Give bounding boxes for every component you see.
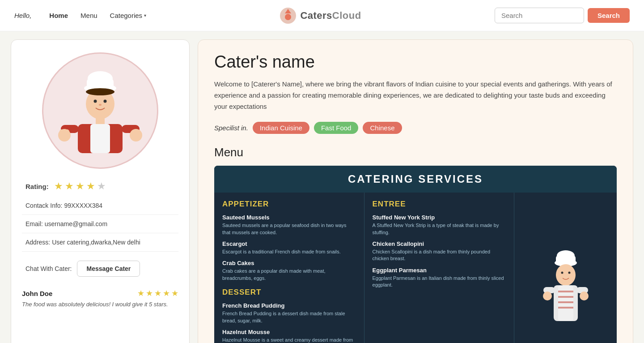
- menu-item-eggplant-desc: Eggplant Parmesan is an Italian dish mad…: [373, 275, 506, 289]
- tag-fast-food[interactable]: Fast Food: [314, 122, 359, 134]
- header-right: Search: [495, 8, 630, 23]
- tag-indian-cuisine[interactable]: Indian Cuisine: [253, 122, 309, 134]
- chevron-down-icon: ▾: [144, 13, 146, 18]
- star-5: ★: [97, 180, 106, 192]
- menu-item-crabcakes-desc: Crab cakes are a popular dish made with …: [222, 268, 356, 282]
- main-layout: Rating: ★ ★ ★ ★ ★ Contack Info: 99XXXXX3…: [0, 31, 644, 343]
- address-info: Address: User catering,dwarka,New delhi: [22, 233, 178, 252]
- menu-item-hazelnut-desc: Hazelnut Mousse is a sweet and creamy de…: [222, 337, 356, 343]
- menu-item-chickenscallopini: Chicken Scallopini: [373, 240, 506, 247]
- star-2: ★: [65, 180, 74, 192]
- hello-text: Hello,: [14, 12, 31, 19]
- menu-item-frenchbread: French Bread Pudding: [222, 302, 356, 309]
- avatar: [42, 52, 158, 169]
- nav-categories-label: Categories: [110, 12, 143, 19]
- svg-point-10: [86, 88, 114, 95]
- header-left: Hello, Home Menu Categories ▾: [14, 12, 146, 19]
- svg-rect-28: [558, 291, 573, 292]
- rating-label: Rating:: [25, 183, 49, 190]
- menu-item-crabcakes: Crab Cakes: [222, 260, 356, 266]
- message-cater-button[interactable]: Message Cater: [77, 261, 140, 277]
- logo: CatersCloud: [280, 7, 361, 24]
- header: Hello, Home Menu Categories ▾ CatersClou…: [0, 0, 644, 31]
- menu-col-chef: [514, 193, 617, 343]
- search-button[interactable]: Search: [588, 8, 630, 23]
- reviewer-name: John Doe: [22, 290, 52, 297]
- menu-heading: Menu: [214, 146, 617, 159]
- menu-col-title-entree: Entree: [373, 200, 506, 209]
- specialties-row: Specilist in. Indian Cuisine Fast Food C…: [214, 122, 617, 134]
- svg-point-22: [557, 250, 575, 261]
- description: Welcome to [Caterer's Name], where we br…: [214, 79, 617, 112]
- menu-item-hazelnut: Hazelnut Mousse: [222, 329, 356, 335]
- logo-sub: Cloud: [332, 10, 361, 21]
- nav-menu[interactable]: Menu: [80, 12, 97, 19]
- rev-star-2: ★: [146, 288, 153, 298]
- avatar-wrap: [11, 40, 189, 176]
- nav-home[interactable]: Home: [49, 12, 68, 19]
- rev-star-4: ★: [163, 288, 170, 298]
- reviewer-stars: ★ ★ ★ ★ ★: [137, 288, 178, 298]
- menu-item-sauteed: Sauteed Mussels: [222, 214, 356, 221]
- search-input[interactable]: [495, 8, 584, 23]
- contact-info: Contack Info: 99XXXXX384: [22, 197, 178, 215]
- svg-rect-30: [558, 301, 573, 303]
- review-text: The food was absolutely delicious! I wou…: [22, 301, 178, 308]
- svg-point-7: [94, 100, 97, 103]
- star-3: ★: [76, 180, 85, 192]
- menu-header-title: CATERING SERVICES: [348, 173, 483, 185]
- menu-item-frenchbread-desc: French Bread Pudding is a dessert dish m…: [222, 310, 356, 324]
- star-4: ★: [86, 180, 95, 192]
- menu-item-eggplant: Eggplant Parmesan: [373, 267, 506, 274]
- chat-row: Chat With Cater: Message Cater: [11, 253, 189, 284]
- svg-point-19: [130, 129, 142, 141]
- svg-rect-13: [90, 124, 110, 153]
- svg-point-17: [59, 129, 64, 134]
- menu-item-chickenscallopini-desc: Chicken Scallopini is a dish made from t…: [373, 249, 506, 262]
- menu-header-bar: CATERING SERVICES: [214, 166, 617, 193]
- rev-star-1: ★: [137, 288, 144, 298]
- svg-point-23: [556, 264, 576, 286]
- menu-columns: Appetizer Sauteed Mussels Sauteed mussel…: [214, 193, 617, 343]
- chef-placeholder: [541, 250, 590, 331]
- review-section: John Doe ★ ★ ★ ★ ★ The food was absolute…: [11, 284, 189, 308]
- logo-main: Caters: [300, 10, 332, 21]
- svg-point-34: [543, 292, 552, 300]
- svg-rect-29: [558, 296, 573, 298]
- menu-image: CATERING SERVICES Appetizer Sauteed Muss…: [214, 166, 617, 343]
- svg-rect-31: [558, 307, 573, 309]
- svg-point-2: [285, 14, 291, 20]
- rev-star-5: ★: [171, 288, 178, 298]
- menu-col-appetizer: Appetizer Sauteed Mussels Sauteed mussel…: [214, 193, 364, 343]
- svg-point-8: [104, 100, 107, 103]
- logo-text: CatersCloud: [300, 10, 361, 21]
- cater-name: Cater's name: [214, 52, 617, 72]
- left-panel: Rating: ★ ★ ★ ★ ★ Contack Info: 99XXXXX3…: [11, 39, 190, 343]
- svg-point-5: [88, 71, 113, 86]
- svg-point-18: [65, 129, 69, 134]
- info-rows: Contack Info: 99XXXXX384 Email: username…: [11, 197, 189, 252]
- reviewer-row: John Doe ★ ★ ★ ★ ★: [22, 288, 178, 298]
- rating-row: Rating: ★ ★ ★ ★ ★: [11, 176, 189, 197]
- svg-rect-11: [96, 118, 105, 125]
- rev-star-3: ★: [154, 288, 161, 298]
- star-1: ★: [54, 180, 63, 192]
- stars: ★ ★ ★ ★ ★: [54, 180, 106, 192]
- menu-item-escargot: Escargot: [222, 240, 356, 247]
- menu-chef-svg: [541, 246, 590, 335]
- svg-point-24: [561, 271, 563, 274]
- chef-illustration: [51, 61, 149, 160]
- menu-col-title-appetizer: Appetizer: [222, 200, 356, 209]
- svg-point-35: [580, 292, 589, 300]
- email-info: Email: username@gmail.com: [22, 215, 178, 233]
- menu-col-entree: Entree Stuffed New York Strip A Stuffed …: [364, 193, 515, 343]
- svg-point-9: [99, 104, 102, 106]
- menu-col-title-dessert: Dessert: [222, 288, 356, 297]
- svg-point-25: [568, 271, 570, 274]
- right-panel: Cater's name Welcome to [Caterer's Name]…: [198, 39, 633, 343]
- menu-item-escargot-desc: Escargot is a traditional French dish ma…: [222, 249, 356, 255]
- logo-icon: [280, 7, 297, 24]
- menu-item-nystripsteak-desc: A Stuffed New York Strip is a type of st…: [373, 222, 506, 236]
- nav-categories[interactable]: Categories ▾: [110, 12, 147, 19]
- tag-chinese[interactable]: Chinese: [363, 122, 402, 134]
